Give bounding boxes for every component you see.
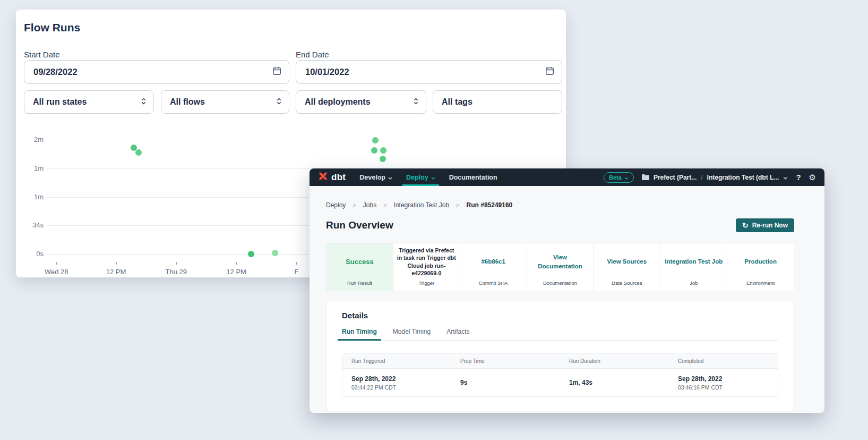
folder-icon: [642, 173, 649, 182]
summary-card-value: Triggered via Prefect in task run Trigge…: [397, 247, 456, 277]
chart-y-tick-label: 1m: [16, 193, 44, 201]
flow-run-dot[interactable]: [272, 250, 278, 256]
flow-run-dot[interactable]: [372, 137, 379, 143]
breadcrumb-item-deploy[interactable]: Deploy: [326, 201, 346, 209]
summary-card-value-wrap: Success: [346, 243, 374, 280]
summary-card-label: Run Result: [347, 280, 372, 286]
table-header-run-triggered: Run Triggered: [342, 358, 451, 364]
project-name: Prefect (Part...: [654, 174, 697, 181]
breadcrumb: Deploy>Jobs>Integration Test Job>Run #85…: [326, 201, 794, 209]
project-environment-switcher[interactable]: Prefect (Part... / Integration Test (dbt…: [642, 173, 788, 182]
dbt-content: Deploy>Jobs>Integration Test Job>Run #85…: [310, 201, 824, 411]
flow-run-dot[interactable]: [380, 147, 386, 154]
table-header-run-duration: Run Duration: [560, 358, 669, 364]
summary-card-value-wrap: Integration Test Job: [665, 243, 723, 280]
chart-x-tick-label: Thu 29: [159, 268, 193, 276]
breadcrumb-separator-icon: >: [456, 202, 459, 208]
beta-badge[interactable]: Beta: [604, 172, 634, 183]
nav-item-label: Develop: [359, 174, 385, 181]
summary-card-run-result: SuccessRun Result: [326, 243, 393, 291]
flow-run-dot[interactable]: [380, 156, 386, 162]
chart-x-tick: [176, 262, 177, 265]
summary-card-value-wrap: Production: [744, 243, 777, 280]
chart-gridline: [47, 140, 556, 140]
details-card: Details Run TimingModel TimingArtifacts …: [326, 301, 794, 411]
table-cell-sub: 03:46:16 PM CDT: [678, 384, 778, 391]
table-cell-main: 9s: [460, 379, 560, 386]
breadcrumb-item-run-85249160: Run #85249160: [467, 201, 513, 209]
table-cell: 9s: [451, 379, 560, 386]
nav-item-label: Deploy: [406, 174, 428, 181]
details-title: Details: [342, 311, 778, 320]
summary-card-environment[interactable]: ProductionEnvironment: [727, 243, 794, 291]
run-summary-cards: SuccessRun ResultTriggered via Prefect i…: [326, 243, 794, 291]
table-cell-main: Sep 28th, 2022: [678, 375, 778, 383]
dbt-navbar: dbt DevelopDeployDocumentation Beta Pref…: [310, 168, 824, 186]
beta-badge-label: Beta: [609, 174, 622, 181]
table-cell-sub: 03:44:22 PM CDT: [351, 384, 451, 391]
chevron-down-icon: [624, 174, 629, 181]
table-cell: Sep 28th, 202203:46:16 PM CDT: [669, 375, 778, 391]
chevron-down-icon: [388, 174, 392, 181]
chevron-down-icon: [431, 174, 435, 181]
help-icon[interactable]: ?: [796, 173, 801, 182]
dbt-logo[interactable]: dbt: [318, 171, 346, 183]
nav-item-deploy[interactable]: Deploy: [406, 168, 435, 186]
summary-card-documentation[interactable]: View DocumentationDocumentation: [527, 243, 594, 291]
tab-model-timing[interactable]: Model Timing: [393, 328, 431, 340]
tab-artifacts[interactable]: Artifacts: [446, 328, 469, 340]
chart-y-tick-label: 34s: [16, 221, 44, 229]
chart-x-tick: [236, 262, 237, 265]
table-row: Sep 28th, 202203:44:22 PM CDT9s1m, 43sSe…: [342, 369, 778, 396]
dbt-nav-menu: DevelopDeployDocumentation: [359, 168, 497, 186]
nav-item-documentation[interactable]: Documentation: [449, 168, 497, 186]
summary-card-trigger: Triggered via Prefect in task run Trigge…: [393, 243, 460, 291]
run-timing-table: Run TriggeredPrep TimeRun DurationComple…: [342, 353, 778, 397]
chart-x-tick-label: 12 PM: [219, 268, 253, 276]
chart-x-tick: [116, 262, 117, 265]
summary-card-label: Trigger: [418, 280, 434, 286]
summary-card-value: View Sources: [607, 257, 647, 266]
summary-card-label: Job: [690, 280, 698, 286]
summary-card-value: #6b86c1: [481, 257, 505, 266]
rerun-now-label: Re-run Now: [752, 222, 788, 229]
summary-card-value: View Documentation: [531, 253, 590, 270]
summary-card-value: Production: [744, 257, 777, 266]
chart-y-tick-label: 2m: [16, 136, 44, 143]
gear-icon[interactable]: ⚙: [809, 173, 816, 182]
summary-card-value-wrap: View Sources: [607, 243, 647, 280]
dbt-navbar-right: Beta Prefect (Part... / Integration Test…: [604, 172, 816, 183]
chevron-down-icon: [783, 174, 788, 181]
chart-x-tick: [56, 262, 57, 265]
flow-run-dot[interactable]: [135, 149, 142, 156]
summary-card-value-wrap: #6b86c1: [481, 243, 505, 280]
rerun-now-button[interactable]: ↻ Re-run Now: [736, 218, 794, 232]
summary-card-label: Environment: [746, 280, 775, 286]
nav-item-label: Documentation: [449, 174, 497, 181]
summary-card-value-wrap: View Documentation: [531, 243, 590, 280]
summary-card-value: Integration Test Job: [665, 257, 723, 266]
flow-run-dot[interactable]: [371, 147, 377, 154]
chart-x-tick-label: Wed 28: [39, 268, 73, 276]
path-separator: /: [701, 174, 702, 181]
breadcrumb-item-jobs[interactable]: Jobs: [363, 201, 376, 209]
summary-card-label: Documentation: [543, 280, 577, 286]
table-header-completed: Completed: [669, 358, 778, 364]
summary-card-data-sources[interactable]: View SourcesData Sources: [594, 243, 660, 291]
dbt-logo-icon: [318, 171, 328, 183]
details-tabs: Run TimingModel TimingArtifacts: [342, 328, 778, 341]
table-header-prep-time: Prep Time: [451, 358, 560, 364]
flow-run-dot[interactable]: [248, 251, 254, 257]
summary-card-commit-sha[interactable]: #6b86c1Commit SHA: [460, 243, 527, 291]
summary-card-job[interactable]: Integration Test JobJob: [660, 243, 727, 291]
table-header-row: Run TriggeredPrep TimeRun DurationComple…: [342, 353, 778, 369]
title-row: Run Overview ↻ Re-run Now: [326, 217, 794, 233]
breadcrumb-separator-icon: >: [383, 202, 386, 208]
breadcrumb-item-integration-test-job[interactable]: Integration Test Job: [394, 201, 450, 209]
dbt-brand-text: dbt: [331, 172, 346, 183]
nav-item-develop[interactable]: Develop: [359, 168, 392, 186]
table-cell: Sep 28th, 202203:44:22 PM CDT: [342, 375, 451, 391]
dbt-cloud-window: dbt DevelopDeployDocumentation Beta Pref…: [310, 168, 824, 413]
tab-run-timing[interactable]: Run Timing: [342, 328, 377, 340]
table-cell: 1m, 43s: [560, 379, 669, 386]
